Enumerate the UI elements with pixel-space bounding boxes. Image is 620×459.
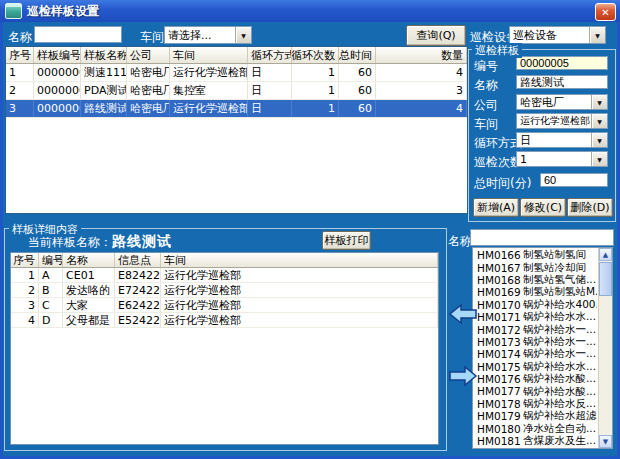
point-code: HM0170 xyxy=(477,299,523,311)
search-name-input[interactable] xyxy=(34,26,122,43)
print-button[interactable]: 样板打印 xyxy=(322,231,371,250)
list-item[interactable]: HM0172锅炉补给水一... xyxy=(474,323,597,335)
chevron-down-icon[interactable]: ▼ xyxy=(591,152,607,166)
table-row[interactable]: 100000003测速111哈密电厂运行化学巡检部日1604 xyxy=(6,64,467,82)
table-row[interactable]: 2B发达咯的E7242208运行化学巡检部 xyxy=(11,283,438,298)
point-code: HM0177 xyxy=(477,385,523,397)
list-item[interactable]: HM0181含煤废水及生... xyxy=(474,435,597,447)
table-cell: 4 xyxy=(376,100,467,117)
cycle-count-combo-value: 1 xyxy=(517,153,527,166)
header-cell: 样板编号 xyxy=(34,47,81,63)
point-name: 锅炉补给水酸... xyxy=(523,385,597,397)
add-button[interactable]: 新增(A) xyxy=(473,198,519,217)
list-item[interactable]: HM0171锅炉补给水水... xyxy=(474,311,597,323)
header-cell: 信息点 xyxy=(115,253,161,267)
scrollbar-thumb[interactable] xyxy=(599,262,612,296)
points-filter-input[interactable] xyxy=(470,229,614,246)
point-name: 含煤废水及生... xyxy=(523,435,597,447)
table-row[interactable]: 4D父母都是E5242208运行化学巡检部 xyxy=(11,313,438,328)
table-cell: 1 xyxy=(292,64,339,81)
table-cell: 3 xyxy=(6,100,34,117)
chevron-down-icon[interactable]: ▼ xyxy=(591,95,607,109)
chevron-down-icon[interactable]: ▼ xyxy=(589,27,605,43)
table-cell: 运行化学巡检部 xyxy=(161,268,438,282)
table-cell: 1 xyxy=(292,100,339,117)
table-row[interactable]: 300000005路线测试哈密电厂运行化学巡检部日1604 xyxy=(6,100,467,118)
workshop-combo-value: 请选择... xyxy=(165,28,212,43)
point-code: HM0178 xyxy=(477,398,523,410)
cycle-count-label: 巡检次数 xyxy=(474,154,522,171)
company-combo[interactable]: 哈密电厂 ▼ xyxy=(516,94,608,110)
cycle-count-combo[interactable]: 1 ▼ xyxy=(516,151,608,167)
table-cell: B xyxy=(39,283,63,297)
table-cell: 运行化学巡检部 xyxy=(170,64,248,81)
list-item[interactable]: HM0169制氢站制氢站M... xyxy=(474,286,597,298)
move-left-button[interactable] xyxy=(448,302,478,326)
list-item[interactable]: HM0170锅炉补给水400... xyxy=(474,299,597,311)
chevron-down-icon[interactable]: ▼ xyxy=(235,27,251,43)
table-cell: E8242208 xyxy=(115,268,161,282)
query-button[interactable]: 查询(Q) xyxy=(406,25,466,46)
list-item[interactable]: HM0175锅炉补给水水... xyxy=(474,361,597,373)
point-code: HM0171 xyxy=(477,311,523,323)
list-item[interactable]: HM0166制氢站制氢间 xyxy=(474,249,597,261)
points-list: HM0166制氢站制氢间HM0167制氢站冷却间HM0168制氢站氢气储...H… xyxy=(472,247,613,449)
list-item[interactable]: HM0167制氢站冷却间 xyxy=(474,261,597,273)
table-cell: 集控室 xyxy=(170,82,248,99)
total-time-input[interactable] xyxy=(540,173,608,187)
detail-table-body: 1ACE01E8242208运行化学巡检部2B发达咯的E7242208运行化学巡… xyxy=(11,268,438,328)
table-row[interactable]: 1ACE01E8242208运行化学巡检部 xyxy=(11,268,438,283)
table-cell: E5242208 xyxy=(115,313,161,327)
point-code: HM0174 xyxy=(477,348,523,360)
table-cell: 路线测试 xyxy=(81,100,127,117)
list-item[interactable]: HM0168制氢站氢气储... xyxy=(474,274,597,286)
list-item[interactable]: HM0176锅炉补给水酸... xyxy=(474,373,597,385)
table-cell: 60 xyxy=(339,82,376,99)
title-bar[interactable]: 巡检样板设置 ✕ xyxy=(0,0,620,22)
delete-button[interactable]: 删除(D) xyxy=(567,198,613,217)
right-arrow-icon xyxy=(448,364,478,388)
table-row[interactable]: 200000004PDA测试哈密电厂集控室日1603 xyxy=(6,82,467,100)
header-cell: 编号 xyxy=(39,253,63,267)
point-name: 锅炉补给水超滤 xyxy=(523,410,597,422)
chevron-down-icon[interactable]: ▼ xyxy=(591,114,607,128)
scroll-up-icon[interactable]: ▲ xyxy=(599,248,612,261)
scroll-down-icon[interactable]: ▼ xyxy=(599,435,612,448)
workshop-combo[interactable]: 请选择... ▼ xyxy=(164,26,252,44)
list-item[interactable]: HM0180净水站全自动... xyxy=(474,422,597,434)
table-cell: 2 xyxy=(6,82,34,99)
move-right-button[interactable] xyxy=(448,364,478,388)
app-icon xyxy=(5,3,22,19)
list-item[interactable]: HM0179锅炉补给水超滤 xyxy=(474,410,597,422)
table-cell: 1 xyxy=(6,64,34,81)
table-cell: 大家 xyxy=(63,298,115,312)
point-name: 制氢站氢气储... xyxy=(523,274,597,286)
table-row[interactable]: 3C大家E6242208运行化学巡检部 xyxy=(11,298,438,313)
form-workshop-combo-value: 运行化学巡检部 xyxy=(517,114,590,128)
cycle-mode-combo[interactable]: 日 ▼ xyxy=(516,132,608,148)
table-cell: 1 xyxy=(11,268,39,282)
list-item[interactable]: HM0174锅炉补给水一... xyxy=(474,348,597,360)
table-cell: 哈密电厂 xyxy=(127,100,170,117)
header-cell: 循环次数 xyxy=(292,47,339,63)
modify-button[interactable]: 修改(C) xyxy=(520,198,566,217)
list-item[interactable]: HM0177锅炉补给水酸... xyxy=(474,385,597,397)
list-item[interactable]: HM0173锅炉补给水一... xyxy=(474,336,597,348)
table-cell: 3 xyxy=(11,298,39,312)
form-workshop-combo[interactable]: 运行化学巡检部 ▼ xyxy=(516,113,608,129)
list-item[interactable]: HM0178锅炉补给水反... xyxy=(474,398,597,410)
points-scrollbar[interactable]: ▲ ▼ xyxy=(598,248,612,448)
header-cell: 公司 xyxy=(127,47,170,63)
table-cell: CE01 xyxy=(63,268,115,282)
device-combo[interactable]: 巡检设备 ▼ xyxy=(509,26,606,44)
point-code: HM0168 xyxy=(477,274,523,286)
detail-group-title: 样板详细内容 xyxy=(9,222,81,237)
table-cell: 哈密电厂 xyxy=(127,64,170,81)
close-button[interactable]: ✕ xyxy=(595,3,616,21)
form-name-input[interactable] xyxy=(516,75,608,89)
point-code: HM0172 xyxy=(477,324,523,336)
point-name: 锅炉补给水反... xyxy=(523,398,597,410)
chevron-down-icon[interactable]: ▼ xyxy=(591,133,607,147)
number-input[interactable] xyxy=(516,56,608,70)
inspection-template-group-title: 巡检样板 xyxy=(472,43,522,58)
